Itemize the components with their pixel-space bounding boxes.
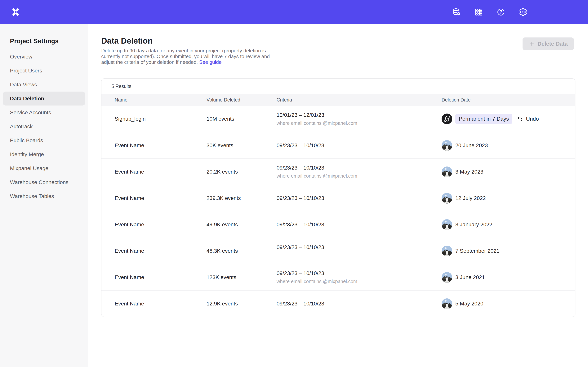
sidebar-nav: Overview Project Users Data Views Data D…	[0, 50, 88, 203]
sidebar-item-identity-merge[interactable]: Identity Merge	[3, 147, 85, 161]
row-volume-cell: 239.3K events	[207, 195, 277, 201]
criteria-range: 09/23/23 – 10/10/23	[277, 244, 441, 250]
row-criteria-cell: 09/23/23 – 10/10/23 where email contains…	[277, 165, 441, 179]
row-deletion-cell: 3 January 2022	[441, 219, 575, 230]
page-description-text: Delete up to 90 days data for any event …	[101, 48, 270, 65]
row-name-cell: Signup_login	[115, 116, 207, 122]
user-avatar	[441, 298, 452, 309]
row-deletion-cell: 20 June 2023	[441, 140, 575, 151]
page-title: Data Deletion	[101, 36, 153, 45]
row-name-cell: Event Name	[115, 169, 207, 175]
table-row: Event Name 20.2K events 09/23/23 – 10/10…	[102, 158, 575, 185]
row-name-cell: Event Name	[115, 248, 207, 254]
results-count: 5 Results	[102, 79, 575, 94]
row-volume-cell: 12.9K events	[207, 301, 277, 307]
settings-gear-icon[interactable]	[519, 8, 527, 17]
status-badge: Permanent in 7 Days	[455, 114, 512, 124]
row-criteria-cell: 09/23/23 – 10/10/23	[277, 244, 441, 258]
column-header-name: Name	[115, 97, 207, 103]
deletion-date: 12 July 2022	[455, 195, 486, 201]
table-row: Event Name 239.3K events 09/23/23 – 10/1…	[102, 185, 575, 211]
main-content: Data Deletion Delete up to 90 days data …	[88, 24, 588, 367]
criteria-filter: where email contains @mixpanel.com	[277, 279, 441, 284]
column-header-volume-deleted: Volume Deleted	[207, 97, 277, 103]
criteria-range: 09/23/23 – 10/10/23	[277, 222, 441, 228]
table-row: Event Name 49.9K events 09/23/23 – 10/10…	[102, 211, 575, 238]
undo-button[interactable]: Undo	[517, 116, 539, 122]
sidebar-item-mixpanel-usage[interactable]: Mixpanel Usage	[3, 161, 85, 175]
deletion-date: 7 September 2021	[455, 248, 499, 254]
table-row: Event Name 48.3K events 09/23/23 – 10/10…	[102, 238, 575, 264]
criteria-range: 09/23/23 – 10/10/23	[277, 142, 441, 149]
undo-label: Undo	[526, 116, 539, 122]
sidebar-item-overview[interactable]: Overview	[3, 50, 85, 64]
sidebar-item-autotrack[interactable]: Autotrack	[3, 119, 85, 133]
row-name-cell: Event Name	[115, 301, 207, 307]
row-criteria-cell: 09/23/23 – 10/10/23	[277, 195, 441, 201]
criteria-range: 09/23/23 – 10/10/23	[277, 195, 441, 201]
user-avatar	[441, 167, 452, 177]
row-deletion-cell: 5 May 2020	[441, 298, 575, 309]
criteria-range: 10/01/23 – 12/01/23	[277, 112, 441, 118]
apps-grid-icon[interactable]	[474, 8, 483, 17]
delete-data-button[interactable]: Delete Data	[523, 37, 574, 50]
row-criteria-cell: 09/23/23 – 10/10/23	[277, 142, 441, 149]
row-volume-cell: 48.3K events	[207, 248, 277, 254]
sidebar-item-public-boards[interactable]: Public Boards	[3, 133, 85, 147]
deletion-date: 3 January 2022	[455, 222, 492, 228]
deletion-table-card: 5 Results Name Volume Deleted Criteria D…	[101, 78, 575, 317]
plus-icon	[529, 41, 535, 47]
row-deletion-cell: 3 June 2021	[441, 272, 575, 283]
criteria-filter	[277, 253, 441, 258]
user-avatar	[441, 140, 452, 151]
row-name-cell: Event Name	[115, 274, 207, 280]
row-deletion-cell: 12 July 2022	[441, 193, 575, 204]
delete-data-button-label: Delete Data	[537, 41, 568, 47]
topbar-icon-group	[452, 8, 527, 17]
page-description: Delete up to 90 days data for any event …	[101, 48, 274, 65]
row-criteria-cell: 10/01/23 – 12/01/23 where email contains…	[277, 112, 441, 126]
row-name-cell: Event Name	[115, 142, 207, 149]
see-guide-link[interactable]: See guide	[199, 59, 222, 65]
row-criteria-cell: 09/23/23 – 10/10/23	[277, 222, 441, 228]
user-avatar	[441, 246, 452, 256]
undo-icon	[517, 116, 523, 122]
row-name-cell: Event Name	[115, 195, 207, 201]
criteria-range: 09/23/23 – 10/10/23	[277, 301, 441, 307]
column-header-criteria: Criteria	[277, 97, 441, 103]
row-name-cell: Event Name	[115, 222, 207, 228]
row-criteria-cell: 09/23/23 – 10/10/23 where email contains…	[277, 270, 441, 284]
deletion-date: 5 May 2020	[455, 301, 483, 307]
row-deletion-cell: Permanent in 7 Days Undo	[441, 114, 575, 124]
sidebar-heading: Project Settings	[10, 37, 88, 45]
user-avatar	[441, 219, 452, 230]
sidebar-item-data-views[interactable]: Data Views	[3, 78, 85, 92]
help-icon[interactable]	[496, 8, 505, 17]
user-avatar	[441, 272, 452, 283]
row-volume-cell: 20.2K events	[207, 169, 277, 175]
sidebar-item-service-accounts[interactable]: Service Accounts	[3, 106, 85, 119]
row-criteria-cell: 09/23/23 – 10/10/23	[277, 301, 441, 307]
sidebar-item-warehouse-connections[interactable]: Warehouse Connections	[3, 175, 85, 189]
table-header-row: Name Volume Deleted Criteria Deletion Da…	[102, 94, 575, 106]
sidebar-item-warehouse-tables[interactable]: Warehouse Tables	[3, 189, 85, 203]
user-avatar	[441, 114, 452, 124]
sidebar-item-project-users[interactable]: Project Users	[3, 64, 85, 78]
deletion-date: 20 June 2023	[455, 142, 488, 149]
mixpanel-logo[interactable]	[11, 8, 20, 17]
row-volume-cell: 49.9K events	[207, 222, 277, 228]
table-row: Event Name 123K events 09/23/23 – 10/10/…	[102, 264, 575, 290]
criteria-filter: where email contains @mixpanel.com	[277, 173, 441, 179]
table-row: Event Name 30K events 09/23/23 – 10/10/2…	[102, 132, 575, 158]
column-header-deletion-date: Deletion Date	[441, 97, 575, 103]
user-avatar	[441, 193, 452, 204]
criteria-range: 09/23/23 – 10/10/23	[277, 270, 441, 276]
deletion-date: 3 May 2023	[455, 169, 483, 175]
row-volume-cell: 10M events	[207, 116, 277, 122]
table-row: Signup_login 10M events 10/01/23 – 12/01…	[102, 106, 575, 132]
topbar	[0, 0, 588, 24]
sidebar-item-data-deletion[interactable]: Data Deletion	[3, 92, 85, 106]
row-deletion-cell: 7 September 2021	[441, 246, 575, 256]
data-management-icon[interactable]	[452, 8, 461, 17]
criteria-filter: where email contains @mixpanel.com	[277, 120, 441, 126]
